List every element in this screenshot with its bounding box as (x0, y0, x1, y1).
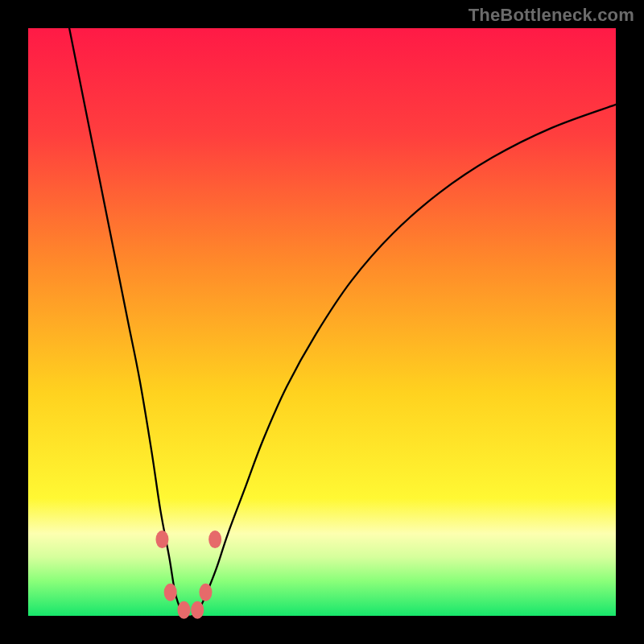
bottleneck-curve (69, 28, 616, 617)
curve-markers (155, 530, 221, 619)
curve-layer (28, 28, 616, 616)
plot-area (28, 28, 616, 616)
curve-marker (155, 530, 168, 548)
curve-marker (208, 530, 221, 548)
curve-marker (177, 601, 190, 619)
curve-marker (164, 584, 177, 601)
curve-marker (199, 584, 212, 601)
watermark-text: TheBottleneck.com (469, 5, 634, 26)
outer-frame: TheBottleneck.com (0, 0, 644, 644)
curve-marker (191, 601, 204, 619)
